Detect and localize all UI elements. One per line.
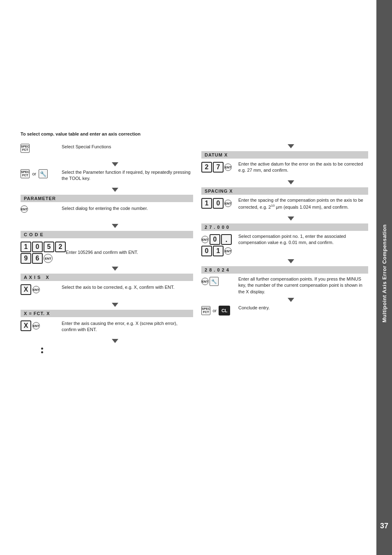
step-axis-x-keys: X ENT [21, 283, 62, 295]
code-keys-row-2: 9 6 ENT [21, 253, 66, 264]
key-x-1[interactable]: X [21, 284, 31, 295]
step-conclude-keys: SPECFCT or CL [201, 305, 238, 315]
step-comp-point-keys: ENT 0 . 0 1 ENT [201, 233, 238, 256]
main-content: To select comp. value table and enter an… [0, 0, 376, 371]
key-7[interactable]: 7 [213, 162, 224, 173]
key-x-2[interactable]: X [21, 320, 31, 331]
step-datum-keys: 2 7 ENT [201, 161, 238, 173]
key-9[interactable]: 9 [21, 253, 31, 264]
step-param-select: SPECFCT or 🔧 Select the Parameter functi… [21, 168, 193, 185]
code-keys-row-1: 1 0 5 2 [21, 242, 66, 252]
further-keys-row: ENT 🔧 [201, 277, 219, 286]
key-2[interactable]: 2 [55, 242, 66, 252]
ent-key-1[interactable]: ENT [21, 205, 28, 213]
step-comp-desc: Select compensation point no. 1, enter t… [238, 233, 368, 246]
step-code-enter: 1 0 5 2 9 6 ENT Enter 105 [21, 241, 193, 264]
arrow-right-4 [214, 259, 368, 265]
key-0-comp-2[interactable]: 0 [201, 246, 212, 256]
page-container: Multipoint Axis Error Compensation 37 To… [0, 0, 392, 555]
right-column: DATUM X 2 7 ENT Enter the active datum f… [201, 143, 368, 324]
wrench-icon-further[interactable]: 🔧 [210, 277, 219, 286]
left-column: SPECFCT Select Special Functions SPECFCT… [21, 143, 193, 355]
step-datum-desc: Enter the active datum for the error on … [238, 161, 368, 174]
arrow-6 [37, 339, 193, 344]
comp-row-2: 0 1 ENT [201, 246, 232, 256]
key-1-comp[interactable]: 1 [213, 246, 224, 256]
key-dot-comp[interactable]: . [221, 234, 232, 245]
band-27000: 2 7 . 0 0 0 [201, 223, 368, 231]
arrow-3 [37, 223, 193, 229]
sidebar-title: Multipoint Axis Error Compensation [381, 224, 387, 322]
dot-1 [41, 348, 43, 350]
ent-key-datum[interactable]: ENT [224, 164, 232, 171]
spec-fct-key[interactable]: SPECFCT [21, 144, 30, 153]
spacing-keys-row: 1 0 ENT [201, 198, 232, 209]
band-datum-x: DATUM X [201, 151, 368, 159]
step-ent-code: ENT Select dialog for entering the code … [21, 205, 193, 221]
arrow-2 [37, 187, 193, 193]
ent-key-axis[interactable]: ENT [32, 286, 40, 293]
step-ent-code-desc: Select dialog for entering the code numb… [62, 205, 193, 212]
step-conclude: SPECFCT or CL Conclude entry. [201, 305, 368, 321]
ent-key-x-fct[interactable]: ENT [32, 322, 40, 329]
step-param-desc: Select the Parameter function if require… [62, 168, 193, 182]
step-further-keys: ENT 🔧 [201, 276, 238, 286]
arrow-4 [37, 266, 193, 272]
datum-keys-row: 2 7 ENT [201, 162, 232, 173]
band-axis-x: A X I S X [21, 274, 193, 281]
key-1-spacing[interactable]: 1 [201, 198, 212, 209]
ent-key-comp-2[interactable]: ENT [224, 247, 232, 255]
spec-fct-key-conclude[interactable]: SPECFCT [201, 306, 210, 315]
step-spacing-keys: 1 0 ENT [201, 197, 238, 209]
ent-key-comp-1[interactable]: ENT [201, 236, 209, 243]
step-conclude-desc: Conclude entry. [238, 305, 368, 311]
page-number: 37 [380, 522, 388, 530]
ent-key-spacing[interactable]: ENT [224, 200, 232, 207]
step-spec-fct-desc: Select Special Functions [62, 143, 193, 150]
section-title: To select comp. value table and enter an… [21, 131, 368, 136]
step-ent-code-keys: ENT [21, 205, 62, 213]
comp-point-keys-group: ENT 0 . 0 1 ENT [201, 234, 232, 256]
step-code-keys: 1 0 5 2 9 6 ENT [21, 241, 66, 264]
key-0[interactable]: 0 [32, 242, 43, 252]
step-spec-fct-keys: SPECFCT [21, 143, 62, 153]
arrow-1 [37, 162, 193, 168]
tool-key[interactable]: 🔧 [39, 169, 48, 178]
arrow-5 [37, 302, 193, 308]
conclude-keys-row: SPECFCT or CL [201, 306, 230, 315]
dots-area [41, 348, 193, 353]
step-code-desc: Enter 105296 and confirm with ENT. [66, 249, 193, 256]
step-comp-point: ENT 0 . 0 1 ENT Select compensation poin… [201, 233, 368, 256]
key-0-spacing[interactable]: 0 [213, 198, 224, 209]
arrow-right-top [214, 144, 368, 150]
ent-key-code[interactable]: ENT [44, 254, 53, 263]
cl-key[interactable]: CL [219, 306, 230, 315]
step-x-fct-desc: Enter the axis causing the error, e.g. X… [62, 320, 193, 333]
code-keys-group: 1 0 5 2 9 6 ENT [21, 242, 66, 264]
key-5[interactable]: 5 [44, 242, 54, 252]
key-0-comp[interactable]: 0 [210, 234, 220, 245]
step-x-fct: X ENT Enter the axis causing the error, … [21, 320, 193, 336]
step-spec-fct: SPECFCT Select Special Functions [21, 143, 193, 159]
step-spacing-desc: Enter the spacing of the compensation po… [238, 197, 368, 210]
band-parameter: PARAMETER [21, 195, 193, 202]
arrow-right-5 [214, 297, 368, 303]
key-1[interactable]: 1 [21, 242, 31, 252]
arrow-right-2 [214, 180, 368, 186]
key-6[interactable]: 6 [32, 253, 43, 264]
ent-key-further[interactable]: ENT [201, 278, 209, 285]
right-sidebar: Multipoint Axis Error Compensation 37 [376, 0, 392, 555]
step-param-keys: SPECFCT or 🔧 [21, 168, 62, 178]
step-datum: 2 7 ENT Enter the active datum for the e… [201, 161, 368, 177]
or-text-conclude: or [212, 308, 217, 313]
step-x-fct-keys: X ENT [21, 320, 62, 331]
comp-row-1: ENT 0 . [201, 234, 232, 245]
band-28024: 2 8 . 0 2 4 [201, 266, 368, 274]
arrow-right-3 [214, 216, 368, 222]
band-code: C O D E [21, 231, 193, 238]
key-2[interactable]: 2 [201, 162, 212, 173]
two-column-layout: SPECFCT Select Special Functions SPECFCT… [21, 143, 368, 355]
spec-fct-key-2[interactable]: SPECFCT [21, 169, 30, 178]
step-further: ENT 🔧 Enter all further compensation poi… [201, 276, 368, 295]
band-x-fct-x: X = FCT. X [21, 310, 193, 317]
